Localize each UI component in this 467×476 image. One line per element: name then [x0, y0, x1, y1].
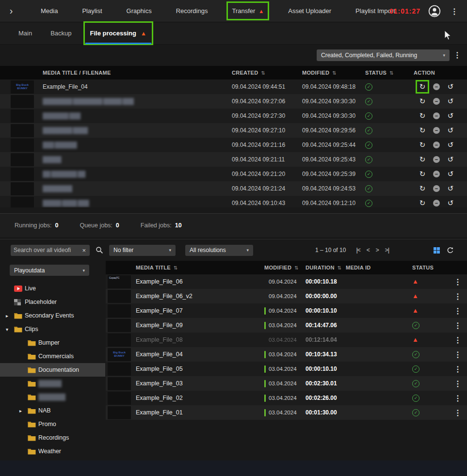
folder-root-dropdown[interactable]: Playoutdata▾ [10, 265, 89, 276]
tree-item[interactable]: ▸ ▾ Documentation [0, 363, 105, 377]
overflow-menu-icon[interactable]: ⋮ [449, 7, 460, 16]
status-filter-dropdown[interactable]: Created, Completed, Failed, Running ▾ [317, 49, 450, 61]
tree-item[interactable]: ▸ ▾ Commercials [0, 349, 105, 363]
nav-item[interactable]: Transfer▲ [229, 4, 267, 18]
retry-job-button[interactable]: ↻ [418, 155, 427, 164]
media-row[interactable]: Example_File_07 09.04.2024 00:00:10.10 ✓… [106, 303, 467, 318]
retry-job-button[interactable]: ↻ [418, 169, 427, 179]
row-menu-icon[interactable]: ⋮ [452, 380, 464, 388]
tree-item[interactable]: ▸ ▾ Placeholder [0, 295, 105, 309]
filter-dropdown[interactable]: No filter▾ [109, 245, 176, 256]
retry-job-button[interactable]: ↻ [418, 126, 427, 135]
row-menu-icon[interactable]: ⋮ [452, 307, 464, 315]
row-menu-icon[interactable]: ⋮ [452, 409, 464, 417]
collapse-chevron-icon[interactable]: ▾ [6, 327, 14, 332]
col-modified[interactable]: MODIFIED⇅ [264, 265, 306, 270]
nav-item[interactable]: Playlist▲ [79, 4, 105, 18]
tree-item[interactable]: ▸ ▾ Weather [0, 444, 105, 458]
tab[interactable]: Main▲ [13, 22, 38, 44]
tree-item[interactable]: ▸ ▾ Bumper [0, 336, 105, 349]
media-row[interactable]: Example_File_02 03.04.2024 00:02:26.00 ✓… [106, 391, 467, 405]
remove-job-button[interactable]: − [432, 82, 441, 92]
resolution-dropdown[interactable]: All resolutions▾ [185, 245, 253, 256]
row-menu-icon[interactable]: ⋮ [452, 394, 464, 402]
next-page-icon[interactable]: > [375, 247, 380, 254]
expand-chevron-icon[interactable]: ▸ [6, 313, 14, 318]
remove-job-button[interactable]: − [432, 198, 441, 207]
remove-job-button[interactable]: − [432, 140, 441, 150]
transfer-job-row[interactable]: █████ ████ ███ 09.04.2024 09:10:43 09.04… [0, 196, 467, 207]
tab[interactable]: File processing▲ [84, 22, 152, 44]
remove-job-button[interactable]: − [432, 96, 441, 106]
transfer-job-row[interactable]: ████████ 09.04.2024 09:21:24 09.04.2024 … [0, 181, 467, 196]
media-row[interactable]: Example_File_05 03.04.2024 00:00:10.10 ✓… [106, 362, 467, 376]
media-row[interactable]: CopaqTC Example_File_06 09.04.2024 00:00… [106, 274, 467, 289]
transfer-job-row[interactable]: Big Buck BUNNY Example_File_04 09.04.202… [0, 79, 467, 94]
col-modified[interactable]: MODIFIED⇅ [302, 70, 365, 76]
last-page-icon[interactable]: >| [384, 247, 390, 254]
clear-search-icon[interactable]: × [81, 247, 87, 254]
col-status[interactable]: STATUS⇅ [365, 70, 414, 76]
tab[interactable]: Backup▲ [45, 22, 77, 44]
nav-item[interactable]: Media▲ [38, 4, 61, 18]
refresh-icon[interactable] [447, 247, 454, 254]
remove-job-button[interactable]: − [432, 126, 441, 135]
job-history-button[interactable]: ↺ [446, 111, 455, 121]
transfer-job-row[interactable]: ███ ██████ 09.04.2024 09:21:16 09.04.202… [0, 138, 467, 152]
transfer-job-row[interactable]: ███████ ███ 09.04.2024 09:27:30 09.04.20… [0, 109, 467, 123]
nav-item[interactable]: Asset Uploader▲ [285, 4, 334, 18]
tree-item[interactable]: ▸ ▾ ███████ [0, 390, 105, 404]
row-menu-icon[interactable]: ⋮ [452, 336, 464, 344]
media-row[interactable]: Example_File_09 03.04.2024 00:14:47.06 ✓… [106, 318, 467, 333]
previous-page-icon[interactable]: < [366, 247, 370, 254]
tree-item[interactable]: ▸ ▾ NAB [0, 404, 105, 417]
first-page-icon[interactable]: |< [355, 247, 361, 254]
table-options-icon[interactable]: ⋮ [451, 50, 463, 60]
remove-job-button[interactable]: − [432, 169, 441, 179]
retry-job-button[interactable]: ↻ [418, 82, 427, 92]
media-row[interactable]: Example_File_06_v2 09.04.2024 00:00:00.0… [106, 289, 467, 303]
sidebar-expand-icon[interactable]: › [0, 5, 22, 16]
remove-job-button[interactable]: − [432, 184, 441, 193]
job-history-button[interactable]: ↺ [446, 126, 455, 135]
media-row[interactable]: Example_File_03 03.04.2024 00:02:30.01 ✓… [106, 376, 467, 391]
job-history-button[interactable]: ↺ [446, 198, 455, 207]
job-history-button[interactable]: ↺ [446, 155, 455, 164]
row-menu-icon[interactable]: ⋮ [452, 292, 464, 301]
tree-item[interactable]: ▸ ▾ Live [0, 282, 105, 295]
retry-job-button[interactable]: ↻ [418, 184, 427, 193]
col-duration[interactable]: DURATION⇅ [306, 265, 346, 270]
tree-item[interactable]: ▸ ▾ Recordings [0, 431, 105, 444]
job-history-button[interactable]: ↺ [446, 96, 455, 106]
search-icon[interactable] [96, 246, 103, 254]
search-input[interactable] [14, 247, 81, 254]
job-history-button[interactable]: ↺ [446, 82, 455, 92]
row-menu-icon[interactable]: ⋮ [452, 350, 464, 359]
job-history-button[interactable]: ↺ [446, 184, 455, 193]
col-created[interactable]: CREATED⇅ [232, 70, 302, 76]
remove-job-button[interactable]: − [432, 155, 441, 164]
job-history-button[interactable]: ↺ [446, 169, 455, 179]
col-media-title[interactable]: MEDIA TITLE⇅ [136, 265, 264, 270]
user-avatar-icon[interactable] [428, 5, 441, 17]
expand-chevron-icon[interactable]: ▸ [19, 408, 28, 413]
media-row[interactable]: Big Buck BUNNY Example_File_04 03.04.202… [106, 347, 467, 362]
nav-item[interactable]: Graphics▲ [124, 4, 155, 18]
retry-job-button[interactable]: ↻ [418, 96, 427, 106]
transfer-job-row[interactable]: ████████ ████████ █████ ███ 09.04.2024 0… [0, 94, 467, 109]
tree-item[interactable]: ▸ ▾ Clips [0, 322, 105, 336]
tree-item[interactable]: ▸ ▾ Secondary Events [0, 309, 105, 322]
remove-job-button[interactable]: − [432, 111, 441, 121]
transfer-job-row[interactable]: ████████ ████ 09.04.2024 09:27:10 09.04.… [0, 123, 467, 138]
tree-item[interactable]: ▸ ▾ ██████ [0, 377, 105, 390]
retry-job-button[interactable]: ↻ [418, 198, 427, 207]
media-row[interactable]: Example_File_08 03.04.2024 00:12:14.04 ✓… [106, 333, 467, 347]
job-history-button[interactable]: ↺ [446, 140, 455, 150]
tree-item[interactable]: ▸ ▾ Promo [0, 417, 105, 431]
transfer-job-row[interactable]: ██ ███████ ██ 09.04.2024 09:21:20 09.04.… [0, 167, 467, 181]
row-menu-icon[interactable]: ⋮ [452, 278, 464, 286]
row-menu-icon[interactable]: ⋮ [452, 365, 464, 373]
grid-view-icon[interactable] [434, 247, 440, 254]
nav-item[interactable]: Recordings▲ [173, 4, 211, 18]
media-row[interactable]: Example_File_01 03.04.2024 00:01:30.00 ✓… [106, 405, 467, 420]
